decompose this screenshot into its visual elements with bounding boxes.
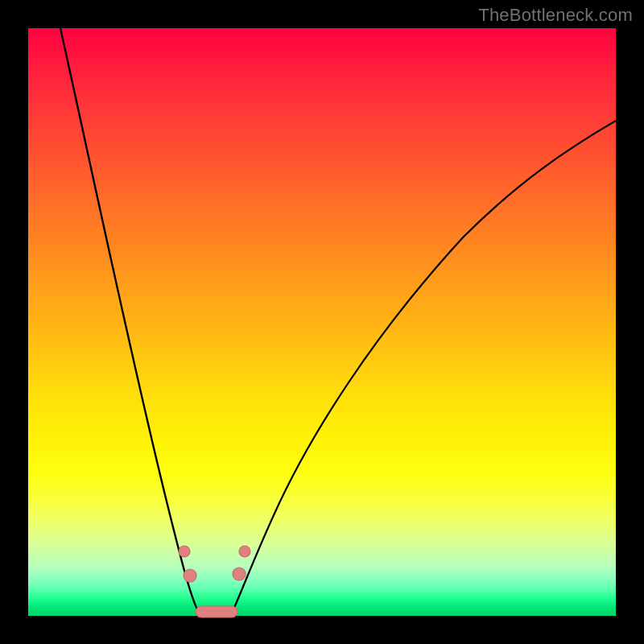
watermark-text: TheBottleneck.com (478, 5, 633, 26)
marker-right-lower (233, 568, 246, 580)
marker-right-upper (239, 546, 250, 557)
marker-left-lower (184, 569, 196, 582)
right-curve (233, 121, 616, 609)
plot-area (28, 28, 616, 616)
trough-pill (196, 606, 237, 617)
left-curve (60, 28, 197, 609)
curve-svg (28, 28, 616, 616)
marker-left-upper (179, 546, 190, 557)
chart-frame: TheBottleneck.com (0, 0, 644, 644)
